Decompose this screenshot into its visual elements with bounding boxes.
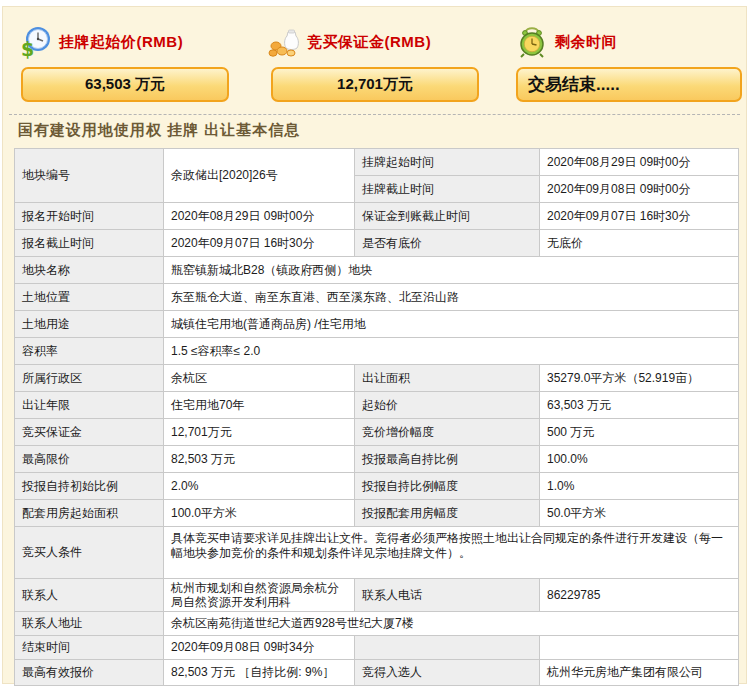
field-signup-end-value: 2020年09月07日 16时30分	[164, 230, 355, 257]
field-bidder-conditions-value: 具体竞买申请要求详见挂牌出让文件。竞得者必须严格按照土地出让合同规定的条件进行开…	[164, 527, 739, 579]
field-contact-phone-value: 86229785	[540, 579, 739, 612]
table-row: 容积率 1.5 ≤容积率≤ 2.0	[15, 338, 739, 365]
summary-item-time-left: 剩余时间	[515, 25, 617, 59]
table-row: 联系人地址 余杭区南苑街道世纪大道西928号世纪大厦7楼	[15, 612, 739, 636]
field-max-self-hold-label: 投报最高自持比例	[355, 446, 540, 473]
field-self-hold-initial-value: 2.0%	[164, 473, 355, 500]
field-signup-start-label: 报名开始时间	[15, 203, 164, 230]
field-signup-end-label: 报名截止时间	[15, 230, 164, 257]
deposit-value-box: 12,701万元	[271, 67, 479, 102]
field-end-time-label: 结束时间	[15, 636, 164, 660]
table-row: 竞买保证金 12,701万元 竞价增价幅度 500 万元	[15, 419, 739, 446]
table-row: 配套用房起始面积 100.0平方米 投报配套用房幅度 50.0平方米	[15, 500, 739, 527]
field-start-price-label: 起始价	[355, 392, 540, 419]
basic-info-table: 地块编号 余政储出[2020]26号 挂牌起始时间 2020年08月29日 09…	[14, 148, 739, 686]
field-self-hold-step-label: 投报自持比例幅度	[355, 473, 540, 500]
table-row: 竞买人条件 具体竞买申请要求详见挂牌出让文件。竞得者必须严格按照土地出让合同规定…	[15, 527, 739, 579]
svg-text:$: $	[21, 38, 34, 59]
field-deposit-deadline-label: 保证金到账截止时间	[355, 203, 540, 230]
table-row: 结束时间 2020年09月08日 09时34分	[15, 636, 739, 660]
field-area-value: 35279.0平方米（52.919亩）	[540, 365, 739, 392]
field-has-reserve-label: 是否有底价	[355, 230, 540, 257]
field-plot-number-label: 地块编号	[15, 149, 164, 203]
time-left-value: 交易结束.....	[528, 73, 620, 96]
field-contact-address-label: 联系人地址	[15, 612, 164, 636]
field-plot-number-value: 余政储出[2020]26号	[164, 149, 355, 203]
summary-label: 竞买保证金(RMB)	[307, 33, 431, 52]
field-land-use-value: 城镇住宅用地(普通商品房) /住宅用地	[164, 311, 739, 338]
table-row: 土地位置 东至瓶仓大道、南至东直港、西至溪东路、北至沿山路	[15, 284, 739, 311]
field-listing-start-value: 2020年08月29日 09时00分	[540, 149, 739, 176]
field-contact-phone-label: 联系人电话	[355, 579, 540, 612]
field-location-value: 东至瓶仓大道、南至东直港、西至溪东路、北至沿山路	[164, 284, 739, 311]
table-row: 地块编号 余政储出[2020]26号 挂牌起始时间 2020年08月29日 09…	[15, 149, 739, 176]
field-listing-end-label: 挂牌截止时间	[355, 176, 540, 203]
field-support-area-step-value: 50.0平方米	[540, 500, 739, 527]
field-bid-deposit-value: 12,701万元	[164, 419, 355, 446]
field-district-value: 余杭区	[164, 365, 355, 392]
field-contact-address-value: 余杭区南苑街道世纪大道西928号世纪大厦7楼	[164, 612, 739, 636]
field-price-cap-value: 82,503 万元	[164, 446, 355, 473]
field-end-time-value: 2020年09月08日 09时34分	[164, 636, 355, 660]
table-row: 投报自持初始比例 2.0% 投报自持比例幅度 1.0%	[15, 473, 739, 500]
field-winner-value: 杭州华元房地产集团有限公司	[540, 660, 739, 686]
table-row: 最高限价 82,503 万元 投报最高自持比例 100.0%	[15, 446, 739, 473]
start-price-value: 63,503 万元	[85, 75, 165, 94]
time-left-value-box: 交易结束.....	[516, 67, 742, 102]
field-support-area-step-label: 投报配套用房幅度	[355, 500, 540, 527]
field-contact-label: 联系人	[15, 579, 164, 612]
field-price-cap-label: 最高限价	[15, 446, 164, 473]
field-self-hold-step-value: 1.0%	[540, 473, 739, 500]
table-row: 地块名称 瓶窑镇新城北B28（镇政府西侧）地块	[15, 257, 739, 284]
summary-item-deposit: 竞买保证金(RMB)	[267, 25, 431, 59]
field-increment-label: 竞价增价幅度	[355, 419, 540, 446]
field-support-area-start-label: 配套用房起始面积	[15, 500, 164, 527]
field-has-reserve-value: 无底价	[540, 230, 739, 257]
alarm-clock-icon	[515, 25, 549, 59]
empty-value-cell	[540, 636, 739, 660]
field-start-price-value: 63,503 万元	[540, 392, 739, 419]
field-bid-deposit-label: 竞买保证金	[15, 419, 164, 446]
money-bag-icon	[267, 25, 301, 59]
field-max-self-hold-value: 100.0%	[540, 446, 739, 473]
field-plot-ratio-value: 1.5 ≤容积率≤ 2.0	[164, 338, 739, 365]
field-tenure-label: 出让年限	[15, 392, 164, 419]
field-area-label: 出让面积	[355, 365, 540, 392]
table-row: 报名截止时间 2020年09月07日 16时30分 是否有底价 无底价	[15, 230, 739, 257]
dashed-divider	[9, 114, 740, 115]
clock-money-icon: $	[19, 25, 53, 59]
table-row: 土地用途 城镇住宅用地(普通商品房) /住宅用地	[15, 311, 739, 338]
field-increment-value: 500 万元	[540, 419, 739, 446]
field-district-label: 所属行政区	[15, 365, 164, 392]
summary-label: 挂牌起始价(RMB)	[59, 33, 183, 52]
field-self-hold-initial-label: 投报自持初始比例	[15, 473, 164, 500]
field-listing-start-label: 挂牌起始时间	[355, 149, 540, 176]
field-contact-value: 杭州市规划和自然资源局余杭分局自然资源开发利用科	[164, 579, 355, 612]
field-listing-end-value: 2020年09月08日 09时00分	[540, 176, 739, 203]
field-highest-bid-label: 最高有效报价	[15, 660, 164, 686]
summary-item-start-price: $ 挂牌起始价(RMB)	[19, 25, 183, 59]
table-row: 报名开始时间 2020年08月29日 09时00分 保证金到账截止时间 2020…	[15, 203, 739, 230]
field-deposit-deadline-value: 2020年09月07日 16时30分	[540, 203, 739, 230]
empty-label-cell	[355, 636, 540, 660]
section-title: 国有建设用地使用权 挂牌 出让基本信息	[18, 121, 300, 140]
table-row: 所属行政区 余杭区 出让面积 35279.0平方米（52.919亩）	[15, 365, 739, 392]
summary-label: 剩余时间	[555, 33, 617, 52]
table-row: 最高有效报价 82,503 万元 ［自持比例: 9%］ 竞得入选人 杭州华元房地…	[15, 660, 739, 686]
field-highest-bid-value: 82,503 万元 ［自持比例: 9%］	[164, 660, 355, 686]
field-plot-name-value: 瓶窑镇新城北B28（镇政府西侧）地块	[164, 257, 739, 284]
start-price-value-box: 63,503 万元	[21, 67, 229, 102]
field-plot-name-label: 地块名称	[15, 257, 164, 284]
field-tenure-value: 住宅用地70年	[164, 392, 355, 419]
field-location-label: 土地位置	[15, 284, 164, 311]
table-row: 联系人 杭州市规划和自然资源局余杭分局自然资源开发利用科 联系人电话 86229…	[15, 579, 739, 612]
table-row: 出让年限 住宅用地70年 起始价 63,503 万元	[15, 392, 739, 419]
deposit-value: 12,701万元	[337, 75, 413, 94]
page-frame: $ 挂牌起始价(RMB) 63,503 万元 竞买保证金(RMB) 12,701…	[2, 6, 747, 684]
field-plot-ratio-label: 容积率	[15, 338, 164, 365]
field-signup-start-value: 2020年08月29日 09时00分	[164, 203, 355, 230]
field-winner-label: 竞得入选人	[355, 660, 540, 686]
field-land-use-label: 土地用途	[15, 311, 164, 338]
field-support-area-start-value: 100.0平方米	[164, 500, 355, 527]
field-bidder-conditions-label: 竞买人条件	[15, 527, 164, 579]
